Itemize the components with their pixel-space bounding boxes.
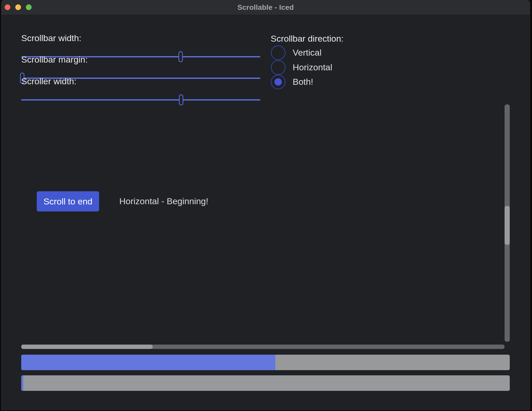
scroller-width-slider[interactable] <box>21 94 260 105</box>
slider-handle[interactable] <box>179 51 183 62</box>
progress-fill <box>21 375 23 391</box>
scroll-status-text: Horizontal - Beginning! <box>119 196 208 207</box>
radio-circle-icon[interactable] <box>271 75 285 89</box>
horizontal-scrollbar-rail[interactable] <box>21 345 505 349</box>
titlebar: Scrollable - Iced <box>2 0 530 15</box>
radio-circle-icon[interactable] <box>271 45 285 60</box>
slider-track[interactable] <box>21 99 260 101</box>
progress-fill <box>21 355 275 370</box>
radio-horizontal-label: Horizontal <box>293 62 332 72</box>
vertical-scrollbar-thumb[interactable] <box>505 206 510 245</box>
main-content: Scrollbar width: Scrollbar margin: Scrol… <box>2 15 530 410</box>
vertical-progress-bar <box>21 375 510 391</box>
radio-both[interactable]: Both! <box>271 74 313 89</box>
scrollbar-margin-label: Scrollbar margin: <box>21 54 88 65</box>
horizontal-scrollbar-thumb[interactable] <box>21 345 153 349</box>
slider-handle[interactable] <box>179 94 183 105</box>
radio-dot-icon <box>275 78 282 86</box>
horizontal-progress-bar <box>21 355 510 370</box>
radio-horizontal[interactable]: Horizontal <box>271 60 332 75</box>
scroll-to-end-button[interactable]: Scroll to end <box>37 191 99 211</box>
vertical-scrollbar-rail[interactable] <box>505 104 510 342</box>
scrollbar-direction-label: Scrollbar direction: <box>271 33 344 44</box>
scroller-width-label: Scroller width: <box>21 76 77 87</box>
radio-circle-icon[interactable] <box>271 60 285 75</box>
window-title: Scrollable - Iced <box>2 0 530 15</box>
radio-vertical[interactable]: Vertical <box>271 45 322 60</box>
radio-both-label: Both! <box>293 77 313 87</box>
app-window: Scrollable - Iced Scrollbar width: Scrol… <box>2 0 530 410</box>
radio-vertical-label: Vertical <box>293 48 322 58</box>
scrollbar-width-label: Scrollbar width: <box>21 33 81 43</box>
